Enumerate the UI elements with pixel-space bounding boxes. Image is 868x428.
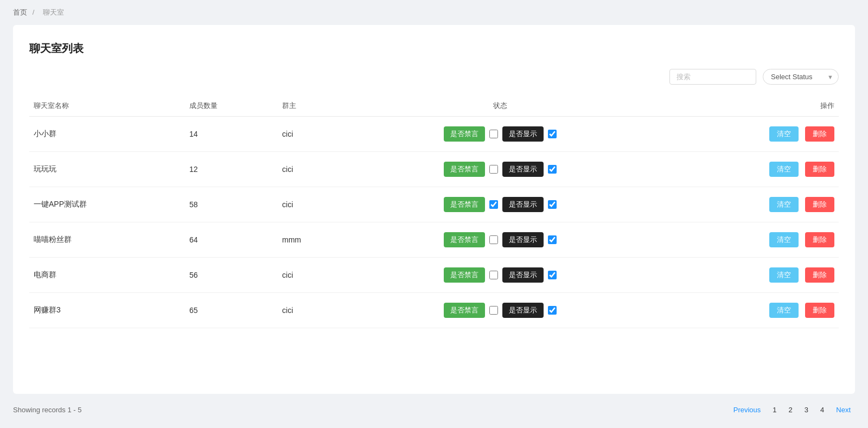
table-row: 喵喵粉丝群 64 mmm 是否禁言 是否显示 清空 删除 [29, 222, 839, 258]
cell-status-0: 是否禁言 是否显示 [347, 117, 653, 152]
col-header-owner: 群主 [278, 95, 347, 117]
cell-status-4: 是否禁言 是否显示 [347, 258, 653, 293]
btn-ban-2[interactable]: 是否禁言 [444, 197, 485, 212]
search-input[interactable] [669, 69, 756, 85]
btn-delete-1[interactable]: 删除 [805, 162, 834, 177]
cell-status-5: 是否禁言 是否显示 [347, 293, 653, 328]
table-header-row: 聊天室名称 成员数量 群主 状态 操作 [29, 95, 839, 117]
cell-action-0: 清空 删除 [653, 117, 839, 152]
pagination-page-3[interactable]: 3 [800, 405, 813, 415]
cell-name-3: 喵喵粉丝群 [29, 222, 185, 258]
cell-member-0: 14 [185, 117, 278, 152]
breadcrumb-separator: / [33, 8, 35, 16]
cell-member-3: 64 [185, 222, 278, 258]
table-row: 一键APP测试群 58 cici 是否禁言 是否显示 清空 删除 [29, 187, 839, 222]
breadcrumb: 首页 / 聊天室 [0, 0, 868, 25]
cell-action-4: 清空 删除 [653, 258, 839, 293]
checkbox-ban-1[interactable] [489, 165, 498, 174]
pagination-bar: Showing records 1 - 5 Previous 1 2 3 4 N… [0, 394, 868, 416]
cell-status-1: 是否禁言 是否显示 [347, 152, 653, 187]
cell-name-0: 小小群 [29, 117, 185, 152]
col-header-name: 聊天室名称 [29, 95, 185, 117]
checkbox-ban-3[interactable] [489, 235, 498, 244]
checkbox-show-4[interactable] [548, 271, 557, 279]
cell-name-5: 网赚群3 [29, 293, 185, 328]
pagination-page-1[interactable]: 1 [768, 405, 781, 415]
checkbox-ban-4[interactable] [489, 271, 498, 279]
checkbox-ban-0[interactable] [489, 130, 498, 138]
chat-room-table: 聊天室名称 成员数量 群主 状态 操作 小小群 14 cici 是否禁言 是否显… [29, 95, 839, 328]
cell-owner-1: cici [278, 152, 347, 187]
btn-clear-1[interactable]: 清空 [769, 162, 799, 177]
col-header-action: 操作 [653, 95, 839, 117]
cell-name-2: 一键APP测试群 [29, 187, 185, 222]
main-card: 聊天室列表 Select Status全部正常禁用 ▼ 聊天室名称 成员数量 群… [13, 25, 855, 394]
btn-delete-2[interactable]: 删除 [805, 197, 834, 212]
cell-name-4: 电商群 [29, 258, 185, 293]
col-header-member-count: 成员数量 [185, 95, 278, 117]
table-row: 小小群 14 cici 是否禁言 是否显示 清空 删除 [29, 117, 839, 152]
btn-show-2[interactable]: 是否显示 [502, 197, 544, 212]
btn-delete-0[interactable]: 删除 [805, 126, 834, 142]
table-row: 网赚群3 65 cici 是否禁言 是否显示 清空 删除 [29, 293, 839, 328]
pagination-next[interactable]: Next [832, 404, 855, 416]
table-row: 电商群 56 cici 是否禁言 是否显示 清空 删除 [29, 258, 839, 293]
cell-action-3: 清空 删除 [653, 222, 839, 258]
btn-show-4[interactable]: 是否显示 [502, 267, 544, 283]
btn-show-5[interactable]: 是否显示 [502, 303, 544, 318]
checkbox-show-0[interactable] [548, 130, 557, 138]
btn-clear-2[interactable]: 清空 [769, 197, 799, 212]
checkbox-show-2[interactable] [548, 200, 557, 209]
btn-delete-4[interactable]: 删除 [805, 267, 834, 283]
btn-ban-4[interactable]: 是否禁言 [444, 267, 485, 283]
btn-ban-0[interactable]: 是否禁言 [444, 126, 485, 142]
cell-action-5: 清空 删除 [653, 293, 839, 328]
breadcrumb-current: 聊天室 [43, 8, 64, 16]
checkbox-ban-5[interactable] [489, 306, 498, 315]
checkbox-show-1[interactable] [548, 165, 557, 174]
pagination-previous[interactable]: Previous [729, 404, 765, 416]
btn-show-1[interactable]: 是否显示 [502, 162, 544, 177]
pagination-showing: Showing records 1 - 5 [13, 406, 81, 414]
select-status[interactable]: Select Status全部正常禁用 [763, 69, 839, 85]
pagination-page-2[interactable]: 2 [784, 405, 797, 415]
cell-member-1: 12 [185, 152, 278, 187]
cell-owner-4: cici [278, 258, 347, 293]
cell-member-5: 65 [185, 293, 278, 328]
cell-status-3: 是否禁言 是否显示 [347, 222, 653, 258]
pagination-controls: Previous 1 2 3 4 Next [729, 404, 855, 416]
btn-clear-5[interactable]: 清空 [769, 303, 799, 318]
btn-clear-4[interactable]: 清空 [769, 267, 799, 283]
cell-name-1: 玩玩玩 [29, 152, 185, 187]
btn-delete-3[interactable]: 删除 [805, 232, 834, 247]
cell-status-2: 是否禁言 是否显示 [347, 187, 653, 222]
toolbar: Select Status全部正常禁用 ▼ [29, 69, 839, 85]
page-title: 聊天室列表 [29, 41, 839, 56]
cell-owner-5: cici [278, 293, 347, 328]
checkbox-show-5[interactable] [548, 306, 557, 315]
btn-ban-3[interactable]: 是否禁言 [444, 232, 485, 247]
btn-clear-0[interactable]: 清空 [769, 126, 799, 142]
cell-member-2: 58 [185, 187, 278, 222]
btn-ban-5[interactable]: 是否禁言 [444, 303, 485, 318]
breadcrumb-home[interactable]: 首页 [13, 8, 27, 16]
btn-show-3[interactable]: 是否显示 [502, 232, 544, 247]
checkbox-show-3[interactable] [548, 235, 557, 244]
cell-owner-3: mmm [278, 222, 347, 258]
cell-action-1: 清空 删除 [653, 152, 839, 187]
checkbox-ban-2[interactable] [489, 200, 498, 209]
btn-show-0[interactable]: 是否显示 [502, 126, 544, 142]
cell-member-4: 56 [185, 258, 278, 293]
btn-clear-3[interactable]: 清空 [769, 232, 799, 247]
select-status-wrapper: Select Status全部正常禁用 ▼ [763, 69, 839, 85]
table-row: 玩玩玩 12 cici 是否禁言 是否显示 清空 删除 [29, 152, 839, 187]
cell-action-2: 清空 删除 [653, 187, 839, 222]
cell-owner-2: cici [278, 187, 347, 222]
btn-ban-1[interactable]: 是否禁言 [444, 162, 485, 177]
pagination-page-4[interactable]: 4 [816, 405, 828, 415]
cell-owner-0: cici [278, 117, 347, 152]
col-header-status: 状态 [347, 95, 653, 117]
btn-delete-5[interactable]: 删除 [805, 303, 834, 318]
